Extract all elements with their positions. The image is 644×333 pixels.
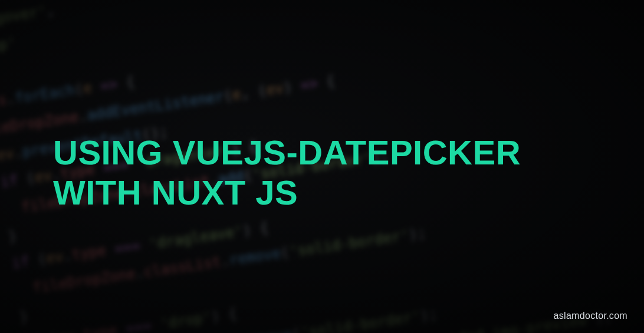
hero-title: USING VUEJS-DATEPICKER WITH NUXT JS: [53, 133, 521, 213]
site-watermark: aslamdoctor.com: [554, 311, 627, 321]
title-line-2: WITH NUXT JS: [53, 173, 298, 212]
title-line-1: USING VUEJS-DATEPICKER: [53, 133, 521, 172]
